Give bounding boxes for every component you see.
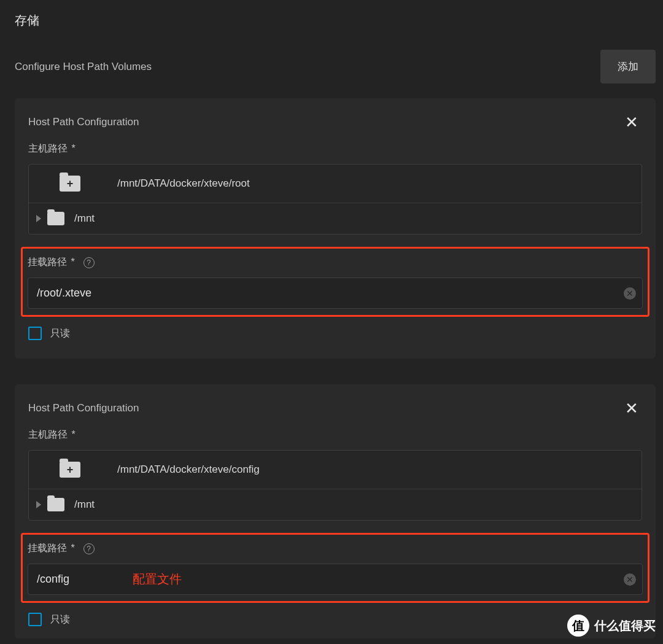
header-row: Configure Host Path Volumes 添加	[0, 35, 663, 91]
close-icon[interactable]: ✕	[621, 114, 642, 130]
folder-tree-item[interactable]: /mnt	[29, 489, 642, 520]
mount-path-input[interactable]	[37, 564, 624, 594]
highlight-annotation: 挂载路径 * ? 配置文件 ✕	[21, 533, 649, 603]
annotation-text: 配置文件	[133, 571, 182, 588]
help-icon[interactable]: ?	[83, 257, 95, 268]
watermark: 值 什么值得买	[567, 615, 656, 637]
new-folder-icon[interactable]	[60, 176, 80, 192]
section-subtitle: Configure Host Path Volumes	[15, 61, 152, 73]
readonly-label: 只读	[50, 327, 70, 340]
readonly-row: 只读	[28, 613, 642, 626]
page-title: 存储	[0, 0, 663, 35]
expand-triangle-icon[interactable]	[36, 215, 41, 222]
host-path-value: /mnt/DATA/docker/xteve/root	[117, 177, 250, 190]
new-folder-icon[interactable]	[60, 462, 80, 478]
clear-icon[interactable]: ✕	[624, 573, 636, 586]
card-title: Host Path Configuration	[28, 116, 139, 128]
highlight-annotation: 挂载路径 * ? ✕	[21, 247, 649, 317]
watermark-text: 什么值得买	[594, 618, 656, 634]
readonly-checkbox[interactable]	[28, 327, 42, 340]
host-path-picker: /mnt/DATA/docker/xteve/root /mnt	[28, 164, 642, 235]
host-path-label: 主机路径 *	[28, 142, 642, 155]
host-path-picker: /mnt/DATA/docker/xteve/config /mnt	[28, 450, 642, 521]
host-path-card: Host Path Configuration ✕ 主机路径 * /mnt/DA…	[15, 98, 656, 359]
mount-path-input[interactable]	[37, 278, 624, 308]
mount-path-row: ✕	[28, 277, 643, 309]
card-title: Host Path Configuration	[28, 402, 139, 414]
folder-icon	[47, 498, 64, 511]
host-path-value: /mnt/DATA/docker/xteve/config	[117, 464, 260, 476]
folder-name: /mnt	[74, 499, 95, 511]
folder-name: /mnt	[74, 212, 95, 225]
help-icon[interactable]: ?	[83, 543, 95, 554]
watermark-badge-icon: 值	[567, 615, 589, 637]
readonly-row: 只读	[28, 327, 642, 340]
folder-icon	[47, 212, 64, 225]
clear-icon[interactable]: ✕	[624, 287, 636, 300]
host-path-card: Host Path Configuration ✕ 主机路径 * /mnt/DA…	[15, 384, 656, 638]
readonly-checkbox[interactable]	[28, 613, 42, 626]
mount-path-label: 挂载路径 * ?	[28, 256, 643, 269]
expand-triangle-icon[interactable]	[36, 501, 41, 508]
folder-tree-item[interactable]: /mnt	[29, 203, 642, 234]
readonly-label: 只读	[50, 613, 70, 626]
mount-path-label: 挂载路径 * ?	[28, 542, 643, 555]
mount-path-row: 配置文件 ✕	[28, 564, 643, 595]
add-button[interactable]: 添加	[600, 50, 656, 83]
close-icon[interactable]: ✕	[621, 400, 642, 416]
host-path-label: 主机路径 *	[28, 429, 642, 441]
